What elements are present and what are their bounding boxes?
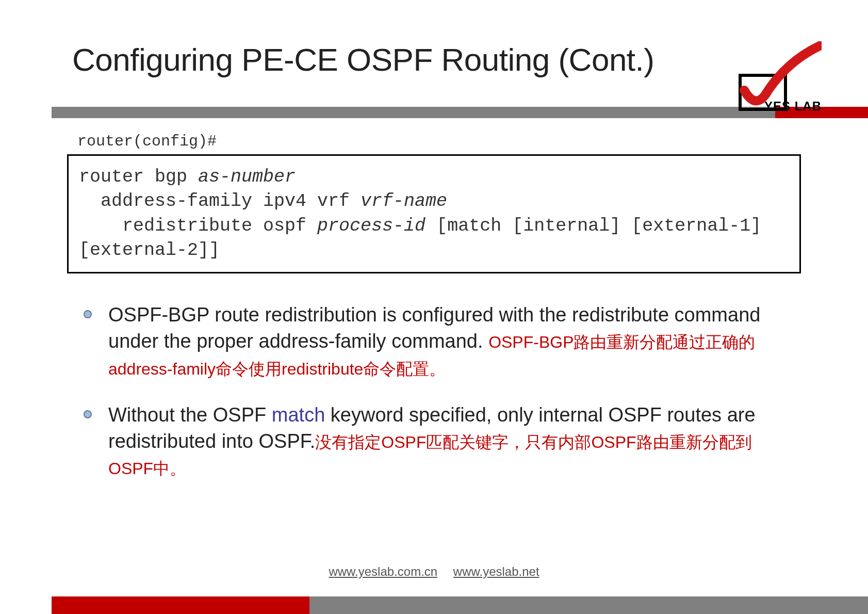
bullet-item-1: OSPF-BGP route redistribution is configu… [83,302,796,381]
divider-gray [52,107,775,118]
code-text: address-family ipv4 vrf [79,191,361,212]
footer-links: www.yeslab.com.cn www.yeslab.net [0,564,868,579]
code-line-3: redistribute ospf process-id [match [int… [79,214,789,263]
code-param: vrf-name [361,191,447,212]
footer-gray [309,596,868,614]
slide-title: Configuring PE-CE OSPF Routing (Cont.) [72,41,796,78]
footer-link-2[interactable]: www.yeslab.net [453,564,539,578]
brand-logo-text: YES LAB [764,99,822,114]
bullet-dot-icon [84,310,92,318]
bullet-dot-icon [84,410,92,418]
code-param: as-number [198,167,296,187]
bullet-list: OSPF-BGP route redistribution is configu… [83,302,796,481]
footer-divider [52,596,868,614]
code-block: router bgp as-number address-family ipv4… [67,154,801,273]
brand-logo: YES LAB [734,41,822,114]
code-text: router bgp [79,167,198,187]
bullet-item-2: Without the OSPF match keyword specified… [83,402,796,481]
code-line-1: router bgp as-number [79,165,789,189]
bullet-text: Without the OSPF [108,404,272,426]
footer-red [52,596,309,614]
cli-prompt: router(config)# [77,133,868,150]
code-text: redistribute ospf [79,216,317,236]
title-area: Configuring PE-CE OSPF Routing (Cont.) Y… [0,0,868,88]
code-param: process-id [317,216,425,236]
code-line-2: address-family ipv4 vrf vrf-name [79,189,789,214]
keyword-highlight: match [272,404,325,426]
slide: Configuring PE-CE OSPF Routing (Cont.) Y… [0,0,868,614]
footer-link-1[interactable]: www.yeslab.com.cn [329,564,437,578]
